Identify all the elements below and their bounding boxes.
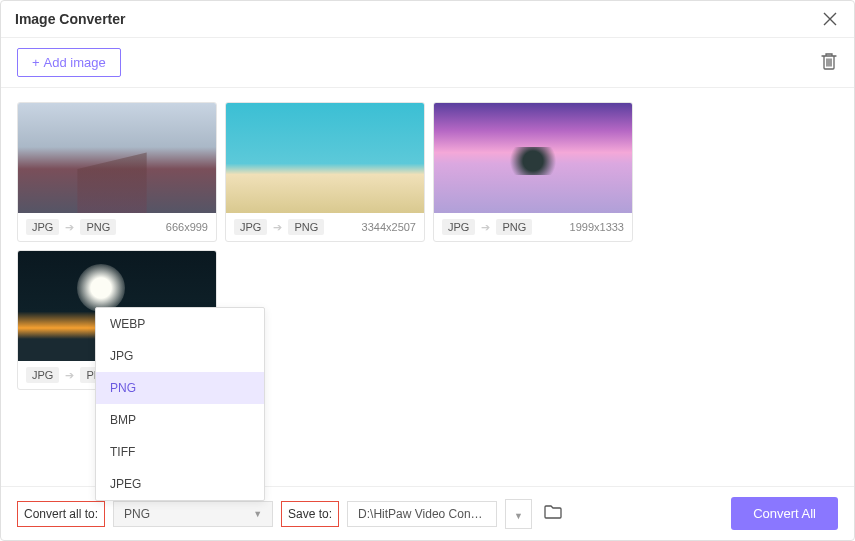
convert-all-button[interactable]: Convert All — [731, 497, 838, 530]
close-button[interactable] — [820, 9, 840, 29]
format-option-png[interactable]: PNG — [96, 372, 264, 404]
image-dimensions: 3344x2507 — [362, 221, 416, 233]
chevron-down-icon: ▼ — [253, 509, 262, 519]
save-to-dropdown[interactable]: ▼ — [505, 499, 532, 529]
source-format: JPG — [26, 219, 59, 235]
convert-all-to-label: Convert all to: — [17, 501, 105, 527]
format-option-webp[interactable]: WEBP — [96, 308, 264, 340]
source-format: JPG — [26, 367, 59, 383]
image-dimensions: 666x999 — [166, 221, 208, 233]
image-thumbnail — [18, 103, 216, 213]
card-footer: JPG ➔ PNG 3344x2507 — [226, 213, 424, 241]
format-option-tiff[interactable]: TIFF — [96, 436, 264, 468]
convert-all-to-value: PNG — [124, 507, 150, 521]
card-footer: JPG ➔ PNG 1999x1333 — [434, 213, 632, 241]
arrow-right-icon: ➔ — [65, 369, 74, 382]
image-converter-window: Image Converter + Add image JPG ➔ PNG 66… — [0, 0, 855, 541]
convert-all-to-select[interactable]: PNG ▼ — [113, 501, 273, 527]
plus-icon: + — [32, 55, 40, 70]
arrow-right-icon: ➔ — [273, 221, 282, 234]
save-to-label: Save to: — [281, 501, 339, 527]
add-image-button[interactable]: + Add image — [17, 48, 121, 77]
source-format: JPG — [234, 219, 267, 235]
target-format[interactable]: PNG — [496, 219, 532, 235]
image-card[interactable]: JPG ➔ PNG 1999x1333 — [433, 102, 633, 242]
target-format[interactable]: PNG — [80, 219, 116, 235]
image-thumbnail — [226, 103, 424, 213]
format-option-jpeg[interactable]: JPEG — [96, 468, 264, 500]
add-image-label: Add image — [44, 55, 106, 70]
delete-all-button[interactable] — [820, 51, 838, 75]
folder-icon — [544, 504, 562, 519]
toolbar: + Add image — [1, 38, 854, 88]
source-format: JPG — [442, 219, 475, 235]
arrow-right-icon: ➔ — [481, 221, 490, 234]
card-footer: JPG ➔ PNG 666x999 — [18, 213, 216, 241]
image-card[interactable]: JPG ➔ PNG 3344x2507 — [225, 102, 425, 242]
close-icon — [823, 12, 837, 26]
browse-folder-button[interactable] — [540, 500, 566, 527]
arrow-right-icon: ➔ — [65, 221, 74, 234]
window-title: Image Converter — [15, 11, 125, 27]
trash-icon — [820, 51, 838, 71]
format-option-bmp[interactable]: BMP — [96, 404, 264, 436]
target-format[interactable]: PNG — [288, 219, 324, 235]
format-option-jpg[interactable]: JPG — [96, 340, 264, 372]
image-card[interactable]: JPG ➔ PNG 666x999 — [17, 102, 217, 242]
image-thumbnail — [434, 103, 632, 213]
image-dimensions: 1999x1333 — [570, 221, 624, 233]
save-to-path[interactable]: D:\HitPaw Video Conve... — [347, 501, 497, 527]
format-dropdown[interactable]: WEBP JPG PNG BMP TIFF JPEG — [95, 307, 265, 501]
chevron-down-icon: ▼ — [514, 511, 523, 521]
window-header: Image Converter — [1, 1, 854, 38]
